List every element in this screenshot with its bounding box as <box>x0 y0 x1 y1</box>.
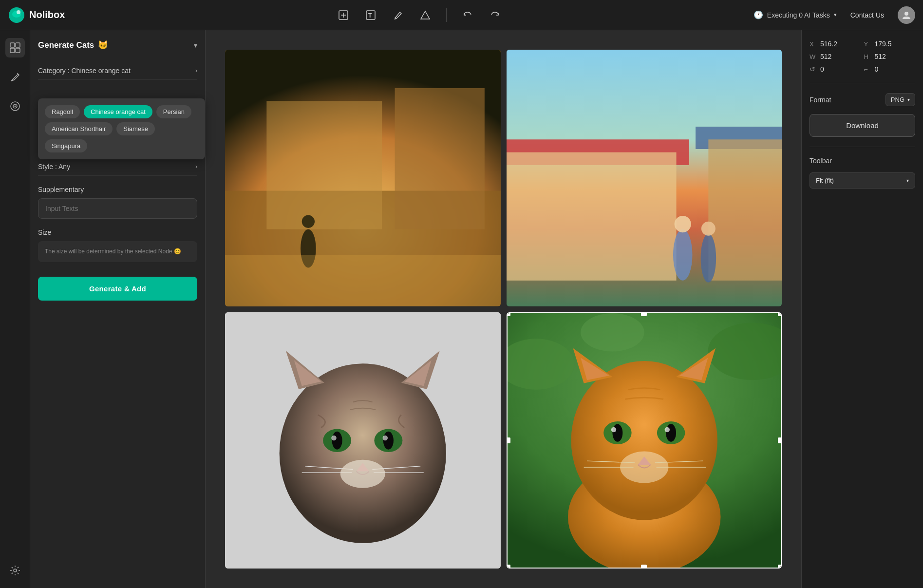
supplementary-label: Supplementary <box>38 186 197 193</box>
format-label: Format <box>810 96 831 104</box>
svg-point-43 <box>383 431 394 449</box>
svg-marker-8 <box>421 11 430 19</box>
generate-add-button[interactable]: Generate & Add <box>38 277 197 301</box>
handle-top-right[interactable] <box>778 312 782 316</box>
main-area: Generate Cats 🐱 ▾ Category : Chinese ora… <box>0 30 923 588</box>
canvas-image-3[interactable] <box>225 312 501 569</box>
svg-point-44 <box>331 435 337 440</box>
svg-rect-13 <box>16 48 20 53</box>
clock-icon: 🕐 <box>753 10 763 19</box>
svg-point-65 <box>666 424 676 442</box>
handle-middle-right[interactable] <box>778 437 782 443</box>
handle-top-left[interactable] <box>507 312 510 316</box>
input-texts-field[interactable] <box>38 198 197 219</box>
y-value[interactable]: 179.5 <box>875 40 892 48</box>
w-label: W <box>810 53 817 60</box>
format-chevron-icon: ▾ <box>907 97 910 102</box>
style-chevron-icon: › <box>195 163 197 170</box>
avatar[interactable] <box>898 6 915 24</box>
handle-top-center[interactable] <box>641 312 647 316</box>
icon-bar <box>0 30 30 588</box>
toolbar-fit-select[interactable]: Fit (fit) ▾ <box>810 172 915 189</box>
dropdown-item-persian[interactable]: Persian <box>156 105 191 118</box>
layers-sidebar-btn[interactable] <box>5 96 25 116</box>
svg-rect-24 <box>225 255 501 306</box>
corner-value[interactable]: 0 <box>875 65 879 73</box>
left-panel: Generate Cats 🐱 ▾ Category : Chinese ora… <box>30 30 206 588</box>
format-select[interactable]: PNG ▾ <box>885 93 915 106</box>
contact-button[interactable]: Contact Us <box>845 8 890 22</box>
logo-icon <box>8 6 25 24</box>
undo-button[interactable] <box>458 6 477 24</box>
svg-point-33 <box>701 222 715 236</box>
icon-bar-bottom <box>5 561 25 580</box>
dropdown-item-chinese-orange[interactable]: Chinese orange cat <box>84 105 152 118</box>
add-frame-tool[interactable] <box>334 6 353 24</box>
svg-point-17 <box>14 569 17 572</box>
ai-status-text: Executing 0 AI Tasks <box>767 11 830 19</box>
download-button[interactable]: Download <box>810 114 915 137</box>
edit-sidebar-btn[interactable] <box>5 67 25 87</box>
svg-point-57 <box>571 360 717 520</box>
dropdown-item-ragdoll[interactable]: Ragdoll <box>45 105 80 118</box>
canvas-grid: ↻ <box>206 30 801 588</box>
canvas-area[interactable]: ↻ <box>206 30 801 588</box>
svg-point-2 <box>17 10 20 14</box>
handle-bottom-left[interactable] <box>507 565 510 569</box>
divider-1 <box>810 83 915 83</box>
ai-status[interactable]: 🕐 Executing 0 AI Tasks ▾ <box>753 10 837 19</box>
settings-sidebar-btn[interactable] <box>5 561 25 580</box>
category-row[interactable]: Category : Chinese orange cat › <box>38 62 197 80</box>
style-row[interactable]: Style : Any › <box>38 158 197 176</box>
h-value[interactable]: 512 <box>875 53 886 60</box>
format-value: PNG <box>891 96 904 103</box>
handle-middle-left[interactable] <box>507 437 510 443</box>
image-cat-orange <box>508 313 781 568</box>
toolbar-chevron-icon: ▾ <box>906 178 909 183</box>
x-prop: X 516.2 <box>810 40 861 48</box>
handle-bottom-right[interactable] <box>778 565 782 569</box>
gallery-sidebar-btn[interactable] <box>5 38 25 57</box>
text-tool[interactable]: T <box>361 6 380 24</box>
svg-point-23 <box>302 215 315 228</box>
handle-bottom-center[interactable] <box>641 565 647 569</box>
dropdown-item-american-shorthair[interactable]: American Shorthair <box>45 122 113 135</box>
brush-tool[interactable] <box>389 6 407 24</box>
w-value[interactable]: 512 <box>820 53 831 60</box>
svg-point-32 <box>700 234 716 283</box>
svg-point-9 <box>904 12 908 16</box>
svg-rect-10 <box>10 43 15 47</box>
x-label: X <box>810 40 817 48</box>
canvas-image-4[interactable]: ↻ <box>507 312 782 569</box>
y-prop: Y 179.5 <box>864 40 916 48</box>
category-chevron-icon: › <box>195 67 197 74</box>
svg-point-31 <box>674 216 691 232</box>
logo[interactable]: Nolibox <box>8 6 65 24</box>
shape-tool[interactable] <box>416 6 434 24</box>
svg-rect-20 <box>266 101 382 229</box>
toolbar-section-label: Toolbar <box>810 157 915 165</box>
divider-2 <box>810 147 915 147</box>
dropdown-item-siamese[interactable]: Siamese <box>116 122 155 135</box>
redo-button[interactable] <box>486 6 504 24</box>
canvas-image-2[interactable] <box>507 50 782 306</box>
svg-rect-21 <box>395 88 485 229</box>
format-row: Format PNG ▾ <box>810 93 915 106</box>
image-cat-tabby <box>225 312 501 569</box>
image-scene1 <box>225 50 501 306</box>
svg-rect-12 <box>10 48 15 53</box>
size-label: Size <box>38 228 197 236</box>
navbar: Nolibox T <box>0 0 923 30</box>
image-scene2 <box>507 50 782 306</box>
svg-point-30 <box>673 229 692 281</box>
panel-collapse-btn[interactable]: ▾ <box>194 41 197 49</box>
canvas-image-1[interactable] <box>225 50 501 306</box>
toolbar: T <box>84 6 753 24</box>
toolbar-fit-value: Fit (fit) <box>816 177 834 184</box>
cat-emoji: 🐱 <box>98 40 108 50</box>
dropdown-item-singapura[interactable]: Singapura <box>45 139 87 152</box>
panel-title-text: Generate Cats 🐱 <box>38 40 108 50</box>
x-value[interactable]: 516.2 <box>820 40 837 48</box>
svg-text:T: T <box>368 12 372 19</box>
rotate-value[interactable]: 0 <box>820 65 824 73</box>
